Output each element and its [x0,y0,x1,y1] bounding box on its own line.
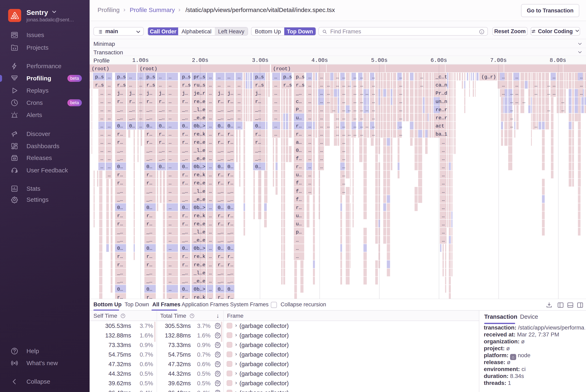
svg-text:0b…>: 0b…> [194,246,205,251]
svg-text:…: … [342,156,345,162]
svg-text:…: … [342,99,345,104]
svg-text:0b…>: 0b…> [194,164,205,170]
svg-text:…: … [342,140,345,145]
svg-text:0…: 0… [117,164,123,170]
svg-text:r…: r… [218,262,224,268]
svg-text:f…: f… [296,156,302,162]
svg-text:…: … [209,246,212,251]
svg-text:_…: _… [182,238,188,243]
svg-text:_…: _… [182,197,188,202]
svg-text:…: … [336,132,339,137]
svg-text:0…: 0… [218,123,224,129]
svg-text:…: … [442,140,445,145]
svg-text:…: … [353,90,356,96]
svg-text:…: … [360,82,363,88]
svg-text:…: … [336,123,339,129]
svg-text:r…: r… [227,172,233,178]
svg-text:…: … [169,180,171,186]
svg-text:_…: _… [217,107,224,112]
svg-text:…: … [442,238,445,243]
svg-text:r…: r… [182,180,188,186]
svg-text:…: … [327,90,330,96]
svg-text:…: … [209,107,212,112]
svg-text:r…: r… [159,140,165,145]
svg-text:j…: j… [159,90,165,96]
svg-text:r…: r… [182,254,188,259]
svg-text:_…: _… [159,156,165,162]
svg-text:…: … [547,90,550,96]
svg-text:r…: r… [296,205,302,210]
svg-text:u…: u… [296,172,302,178]
svg-text:…: … [169,286,171,292]
svg-text:_e…e: _e…e [193,156,205,162]
svg-text:…: … [327,99,330,104]
svg-text:…: … [209,238,212,243]
svg-text:0b…>: 0b…> [194,205,205,210]
svg-text:…: … [372,107,375,112]
svg-text:_…: _… [227,278,233,284]
svg-text:…: … [100,123,103,129]
svg-text:…: … [327,123,330,129]
svg-text:r…: r… [218,132,224,137]
svg-text:r…: r… [218,180,224,186]
svg-text:…: … [169,221,171,227]
svg-text:…: … [274,107,277,112]
svg-text:r…s: r…s [95,82,104,88]
svg-text:…: … [169,140,171,145]
svg-text:r…: r… [146,213,152,218]
svg-text:…: … [169,156,171,162]
svg-text:_l…e: _l…e [193,107,205,112]
svg-text:…: … [238,90,240,96]
svg-text:r…: r… [117,221,123,227]
svg-text:re…k: re…k [194,132,205,137]
svg-text:un…n: un…n [435,99,447,104]
svg-text:r…: r… [117,295,123,299]
svg-text:…: … [353,99,356,104]
svg-text:_…: _… [217,115,224,121]
svg-text:…: … [209,213,212,218]
svg-text:…: … [360,74,363,80]
svg-text:…: … [399,99,402,104]
svg-text:_…: _… [182,148,188,153]
svg-text:…: … [320,132,323,137]
svg-text:…: … [238,99,240,104]
svg-text:0…: 0… [182,205,188,210]
svg-text:…: … [442,180,445,186]
svg-text:…: … [129,82,132,88]
svg-text:ru…s: ru…s [194,82,205,88]
svg-text:0b…>: 0b…> [194,123,205,129]
svg-text:_…: _… [217,156,224,162]
svg-text:re…e: re…e [194,221,205,227]
svg-text:j…: j… [218,90,224,96]
svg-text:…: … [399,123,402,129]
svg-text:_…: _… [117,278,123,284]
svg-text:…: … [360,132,363,137]
svg-text:…: … [100,115,103,121]
svg-text:_…: _… [117,148,123,153]
svg-text:…: … [139,82,142,88]
svg-text:r…: r… [182,99,188,104]
svg-text:0…: 0… [227,164,233,170]
svg-text:…: … [348,132,351,137]
svg-text:…: … [108,115,111,121]
svg-text:…: … [169,254,171,259]
svg-text:_…: _… [182,115,188,121]
svg-text:0b…>: 0b…> [194,286,205,292]
svg-text:…: … [209,115,212,121]
svg-text:r…s: r…s [296,82,305,88]
svg-text:…: … [534,123,537,129]
svg-text:…: … [209,230,212,235]
svg-text:…: … [209,148,212,153]
svg-text:…: … [169,278,171,284]
svg-text:…: … [442,148,445,153]
svg-text:…: … [108,123,111,129]
svg-text:0…: 0… [117,286,123,292]
svg-text:_…: _… [117,107,123,112]
svg-text:…: … [353,132,356,137]
svg-text:r…: r… [129,99,135,104]
svg-text:…: … [442,197,445,202]
svg-text:…: … [139,74,142,80]
svg-text:r…: r… [182,140,188,145]
svg-text:…: … [420,82,423,88]
svg-text:…: … [336,115,339,121]
